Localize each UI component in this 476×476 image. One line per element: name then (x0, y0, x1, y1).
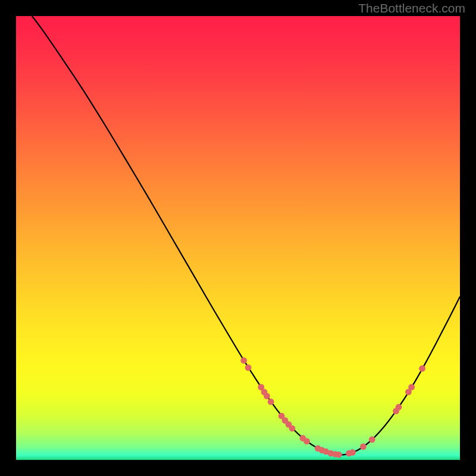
data-marker (336, 452, 342, 458)
data-marker (419, 365, 425, 372)
data-marker (303, 438, 310, 444)
data-marker (369, 436, 375, 443)
data-markers (240, 358, 425, 458)
data-marker (396, 404, 402, 411)
data-marker (268, 399, 274, 405)
data-marker (245, 364, 252, 371)
data-marker (289, 425, 296, 432)
bottleneck-curve (32, 16, 460, 455)
data-marker (408, 384, 415, 390)
chart-plot-area (16, 16, 460, 460)
chart-svg-layer (16, 16, 460, 460)
attribution-text: TheBottleneck.com (358, 1, 465, 15)
data-marker (264, 393, 270, 399)
data-marker (240, 358, 247, 364)
data-marker (349, 449, 356, 456)
data-marker (360, 443, 367, 450)
